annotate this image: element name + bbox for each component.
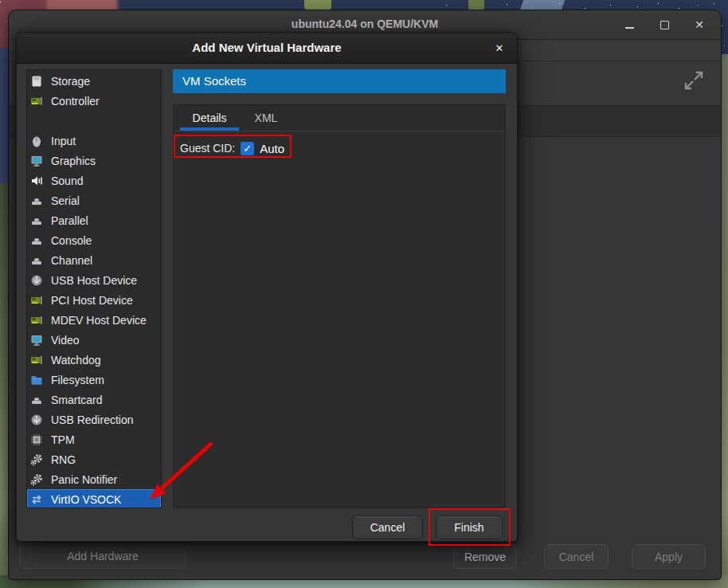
maximize-button[interactable] bbox=[656, 17, 673, 33]
sync-arrows-icon bbox=[30, 493, 43, 506]
sidebar-item-watchdog[interactable]: Watchdog bbox=[27, 350, 161, 370]
sidebar-item-label: RNG bbox=[51, 453, 76, 466]
sidebar-item-filesystem[interactable]: Filesystem bbox=[27, 370, 161, 390]
close-icon: ✕ bbox=[695, 19, 704, 30]
sidebar-item-label: Storage bbox=[51, 75, 90, 88]
sidebar-item-pci-host-device[interactable]: PCI Host Device bbox=[27, 290, 161, 310]
speaker-icon bbox=[30, 174, 43, 187]
sidebar-item-label: VirtIO VSOCK bbox=[51, 493, 121, 506]
sidebar-item-label: Console bbox=[51, 234, 92, 247]
auto-checkbox-label: Auto bbox=[260, 142, 284, 155]
monitor-icon bbox=[30, 334, 43, 347]
dialog-close-button[interactable]: ✕ bbox=[490, 39, 509, 57]
guest-cid-row: Guest CID: ✓ Auto bbox=[180, 138, 284, 159]
folder-icon bbox=[30, 374, 43, 386]
sidebar-item-mdev-host-device[interactable]: MDEV Host Device bbox=[27, 310, 161, 330]
wallpaper-stars bbox=[0, 2, 1, 2]
monitor-icon bbox=[30, 155, 43, 167]
apply-button[interactable]: Apply bbox=[632, 544, 706, 569]
sidebar-item-label: Graphics bbox=[51, 155, 96, 167]
sidebar-item-input[interactable]: Input bbox=[27, 131, 161, 151]
maximize-icon bbox=[660, 21, 669, 29]
sidebar-item-virtio-vsock[interactable]: VirtIO VSOCK bbox=[27, 489, 161, 508]
tab-details[interactable]: Details bbox=[180, 105, 239, 131]
sidebar-item-video[interactable]: Video bbox=[27, 330, 161, 350]
serial-port-icon bbox=[30, 394, 43, 406]
dialog-title: Add New Virtual Hardware bbox=[17, 41, 517, 54]
serial-port-icon bbox=[30, 194, 43, 207]
serial-port-icon bbox=[30, 254, 43, 267]
sidebar-item-label: Smartcard bbox=[51, 394, 103, 406]
sidebar-item-parallel[interactable]: Parallel bbox=[27, 210, 161, 230]
pci-card-icon bbox=[30, 95, 43, 108]
chip-icon bbox=[30, 433, 43, 446]
sidebar-item-rng[interactable]: RNG bbox=[27, 449, 161, 469]
dialog-cancel-button[interactable]: Cancel bbox=[352, 515, 423, 539]
vm-window-title: ubuntu24.04 on QEMU/KVM bbox=[9, 18, 721, 30]
usb-icon bbox=[30, 274, 43, 287]
sidebar-item-usb-redirection[interactable]: USB Redirection bbox=[27, 410, 161, 429]
sidebar-item-spacer bbox=[27, 111, 161, 131]
guest-cid-label: Guest CID: bbox=[180, 142, 235, 155]
sidebar-item-label: Serial bbox=[51, 194, 80, 207]
screen: ubuntu24.04 on QEMU/KVM ✕ Add Hardware R… bbox=[0, 0, 728, 588]
vm-cancel-button[interactable]: Cancel bbox=[544, 544, 609, 569]
sidebar-item-label: USB Host Device bbox=[51, 274, 137, 287]
sidebar-item-storage[interactable]: Storage bbox=[27, 71, 161, 91]
sidebar-item-label: Sound bbox=[51, 174, 83, 187]
serial-port-icon bbox=[30, 234, 43, 247]
sidebar-item-graphics[interactable]: Graphics bbox=[27, 151, 161, 171]
gears-icon bbox=[30, 453, 43, 466]
auto-checkbox[interactable]: ✓ bbox=[241, 142, 254, 155]
fullscreen-expand-icon[interactable] bbox=[679, 66, 708, 95]
dialog-finish-button[interactable]: Finish bbox=[436, 515, 503, 539]
add-hardware-dialog: Add New Virtual Hardware ✕ StorageContro… bbox=[16, 32, 518, 542]
panel-body: Details XML Guest CID: ✓ Auto bbox=[173, 104, 506, 508]
sidebar-item-smartcard[interactable]: Smartcard bbox=[27, 390, 161, 410]
sidebar-item-label: Filesystem bbox=[51, 374, 104, 386]
serial-port-icon bbox=[30, 214, 43, 227]
gears-icon bbox=[30, 473, 43, 486]
empty-icon bbox=[30, 115, 43, 127]
sidebar-item-label: Watchdog bbox=[51, 354, 101, 367]
sidebar-item-label: USB Redirection bbox=[51, 414, 134, 426]
panel-header: VM Sockets bbox=[173, 69, 506, 93]
sidebar-item-panic-notifier[interactable]: Panic Notifier bbox=[27, 469, 161, 489]
close-icon: ✕ bbox=[495, 42, 504, 54]
sidebar-item-label: MDEV Host Device bbox=[51, 314, 147, 327]
sidebar-item-label: Channel bbox=[51, 254, 92, 267]
dialog-titlebar[interactable]: Add New Virtual Hardware ✕ bbox=[17, 33, 517, 64]
sidebar-item-console[interactable]: Console bbox=[27, 230, 161, 250]
sidebar-item-label: Controller bbox=[51, 95, 100, 108]
tab-xml[interactable]: XML bbox=[247, 105, 285, 131]
usb-icon bbox=[30, 414, 43, 426]
sidebar-item-label: Panic Notifier bbox=[51, 473, 117, 486]
disk-icon bbox=[30, 75, 43, 88]
sidebar-item-label: PCI Host Device bbox=[51, 294, 133, 307]
sidebar-item-label: Input bbox=[51, 135, 76, 147]
sidebar-item-label: TPM bbox=[51, 433, 75, 446]
minimize-icon bbox=[625, 27, 634, 29]
add-hardware-button[interactable]: Add Hardware bbox=[19, 543, 186, 569]
sidebar-item-channel[interactable]: Channel bbox=[27, 250, 161, 270]
sidebar-item-label: Video bbox=[51, 334, 80, 347]
sidebar-item-controller[interactable]: Controller bbox=[27, 91, 161, 111]
pci-card-icon bbox=[30, 354, 43, 367]
sidebar-item-serial[interactable]: Serial bbox=[27, 190, 161, 210]
check-icon: ✓ bbox=[243, 143, 252, 154]
mouse-icon bbox=[30, 135, 43, 147]
close-button[interactable]: ✕ bbox=[691, 17, 708, 33]
pci-card-icon bbox=[30, 294, 43, 307]
sidebar-item-sound[interactable]: Sound bbox=[27, 171, 161, 190]
tabs-bar: Details XML bbox=[174, 105, 505, 131]
sidebar-item-label: Parallel bbox=[51, 214, 88, 227]
pci-card-icon bbox=[30, 314, 43, 327]
hardware-type-list: StorageControllerInputGraphicsSoundSeria… bbox=[26, 69, 162, 508]
remove-button[interactable]: Remove bbox=[453, 544, 517, 569]
sidebar-item-tpm[interactable]: TPM bbox=[27, 429, 161, 449]
minimize-button[interactable] bbox=[620, 17, 638, 33]
sidebar-item-usb-host-device[interactable]: USB Host Device bbox=[27, 270, 161, 290]
